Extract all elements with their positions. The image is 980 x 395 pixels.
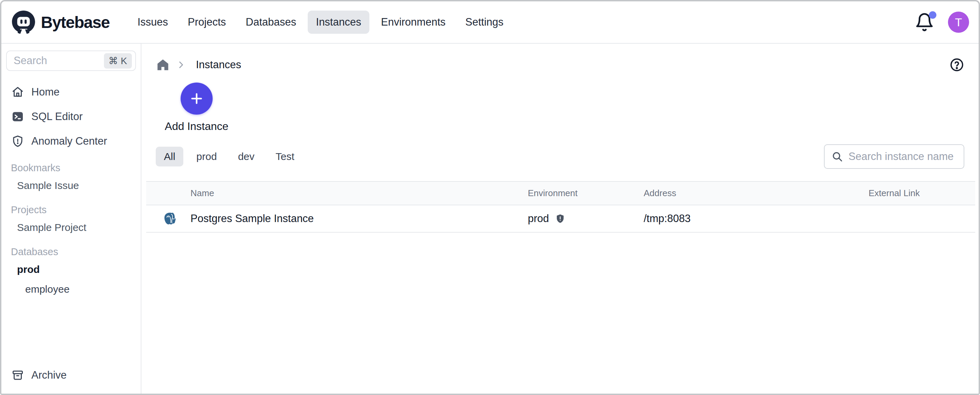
environment-name: prod — [528, 213, 549, 225]
sidebar-item-sample-project[interactable]: Sample Project — [2, 217, 141, 237]
postgres-icon — [162, 211, 191, 227]
environment-tabs: All prod dev Test — [156, 147, 302, 166]
nav-item-projects[interactable]: Projects — [180, 11, 234, 34]
sidebar-item-label: Archive — [31, 369, 67, 381]
environment-cell: prod — [528, 205, 644, 232]
shield-alert-icon — [11, 135, 24, 147]
brand-name: Bytebase — [41, 13, 110, 32]
filter-row: All prod dev Test — [142, 144, 978, 169]
sidebar-section-bookmarks: Bookmarks — [2, 154, 141, 176]
page-title: Instances — [196, 59, 241, 71]
sidebar-section-projects: Projects — [2, 195, 141, 217]
table-header-row: Name Environment Address External Link — [146, 181, 975, 205]
avatar-letter: T — [955, 16, 962, 29]
search-icon — [831, 151, 843, 162]
bytebase-mascot-icon — [11, 10, 36, 35]
engine-cell — [146, 205, 191, 232]
plus-icon — [189, 91, 204, 106]
terminal-icon — [11, 110, 24, 123]
archive-icon — [11, 369, 24, 381]
nav-item-environments[interactable]: Environments — [373, 11, 454, 34]
breadcrumb: Instances — [142, 44, 978, 72]
avatar[interactable]: T — [948, 11, 969, 33]
nav-item-issues[interactable]: Issues — [129, 11, 176, 34]
header-environment: Environment — [528, 181, 644, 205]
add-instance-button[interactable] — [181, 83, 213, 115]
sidebar-item-archive[interactable]: Archive — [2, 363, 141, 387]
bytebase-logo[interactable]: Bytebase — [11, 10, 110, 35]
header-name: Name — [191, 181, 528, 205]
home-icon — [11, 86, 24, 98]
sidebar-search[interactable]: ⌘ K — [6, 51, 136, 71]
instance-name-cell: Postgres Sample Instance — [191, 205, 528, 232]
breadcrumb-home-icon[interactable] — [156, 58, 170, 72]
sidebar-item-label: Anomaly Center — [31, 135, 107, 147]
add-instance: Add Instance — [162, 83, 231, 133]
header-engine — [146, 181, 191, 205]
protected-shield-icon — [555, 213, 565, 224]
add-instance-label: Add Instance — [165, 120, 229, 133]
sidebar: ⌘ K Home SQL Editor — [2, 44, 142, 393]
chevron-right-icon — [176, 60, 186, 70]
header-address: Address — [644, 181, 869, 205]
app-window: Bytebase Issues Projects Databases Insta… — [0, 0, 980, 395]
instance-search[interactable] — [824, 144, 964, 169]
help-button[interactable] — [949, 57, 964, 72]
nav-item-settings[interactable]: Settings — [457, 11, 512, 34]
address-cell: /tmp:8083 — [644, 205, 869, 232]
nav-item-databases[interactable]: Databases — [237, 11, 304, 34]
main-nav-items: Issues Projects Databases Instances Envi… — [129, 11, 511, 34]
sidebar-item-sql-editor[interactable]: SQL Editor — [2, 104, 141, 129]
sidebar-item-home[interactable]: Home — [2, 80, 141, 104]
sidebar-search-input[interactable] — [14, 54, 104, 67]
tab-all[interactable]: All — [156, 147, 183, 166]
table-row[interactable]: Postgres Sample Instance prod — [146, 205, 975, 232]
notification-dot — [929, 11, 936, 19]
sidebar-item-anomaly-center[interactable]: Anomaly Center — [2, 129, 141, 154]
sidebar-item-label: Home — [31, 86, 60, 98]
main-content: Instances Add In — [142, 44, 978, 393]
header-external-link: External Link — [869, 181, 975, 205]
instance-search-input[interactable] — [848, 150, 957, 163]
sidebar-section-databases: Databases — [2, 237, 141, 259]
top-nav: Bytebase Issues Projects Databases Insta… — [2, 2, 978, 44]
sidebar-item-prod-env[interactable]: prod — [2, 259, 141, 279]
keyboard-shortcut-badge: ⌘ K — [104, 53, 132, 69]
sidebar-item-label: SQL Editor — [31, 110, 83, 123]
sidebar-item-sample-issue[interactable]: Sample Issue — [2, 176, 141, 195]
instances-table: Name Environment Address External Link — [146, 181, 975, 233]
tab-prod[interactable]: prod — [188, 147, 225, 166]
nav-item-instances[interactable]: Instances — [308, 11, 369, 34]
tab-test[interactable]: Test — [267, 147, 302, 166]
sidebar-item-employee-db[interactable]: employee — [2, 279, 141, 299]
nav-right: T — [915, 11, 969, 33]
tab-dev[interactable]: dev — [230, 147, 262, 166]
notification-bell-button[interactable] — [915, 12, 934, 32]
external-link-cell — [869, 205, 975, 232]
